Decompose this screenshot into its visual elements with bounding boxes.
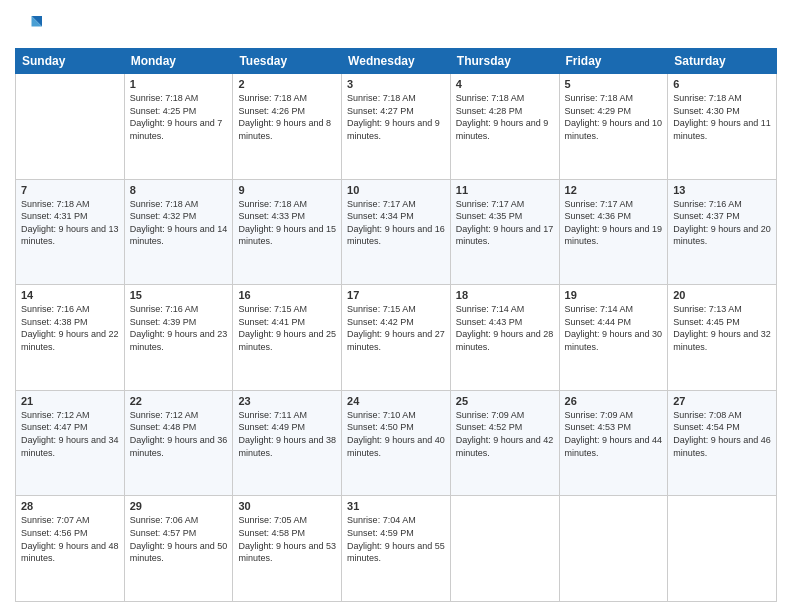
day-number: 17 — [347, 289, 445, 301]
day-detail: Sunrise: 7:18 AMSunset: 4:29 PMDaylight:… — [565, 92, 663, 142]
day-detail: Sunrise: 7:12 AMSunset: 4:47 PMDaylight:… — [21, 409, 119, 459]
calendar-cell — [16, 74, 125, 180]
day-number: 31 — [347, 500, 445, 512]
calendar-cell: 16Sunrise: 7:15 AMSunset: 4:41 PMDayligh… — [233, 285, 342, 391]
day-detail: Sunrise: 7:17 AMSunset: 4:36 PMDaylight:… — [565, 198, 663, 248]
calendar-cell: 21Sunrise: 7:12 AMSunset: 4:47 PMDayligh… — [16, 390, 125, 496]
day-detail: Sunrise: 7:18 AMSunset: 4:30 PMDaylight:… — [673, 92, 771, 142]
calendar-cell: 8Sunrise: 7:18 AMSunset: 4:32 PMDaylight… — [124, 179, 233, 285]
col-wednesday: Wednesday — [342, 49, 451, 74]
day-number: 26 — [565, 395, 663, 407]
day-detail: Sunrise: 7:15 AMSunset: 4:41 PMDaylight:… — [238, 303, 336, 353]
day-detail: Sunrise: 7:18 AMSunset: 4:27 PMDaylight:… — [347, 92, 445, 142]
day-detail: Sunrise: 7:05 AMSunset: 4:58 PMDaylight:… — [238, 514, 336, 564]
calendar-table: Sunday Monday Tuesday Wednesday Thursday… — [15, 48, 777, 602]
col-tuesday: Tuesday — [233, 49, 342, 74]
calendar-cell: 7Sunrise: 7:18 AMSunset: 4:31 PMDaylight… — [16, 179, 125, 285]
calendar-cell: 14Sunrise: 7:16 AMSunset: 4:38 PMDayligh… — [16, 285, 125, 391]
day-number: 22 — [130, 395, 228, 407]
day-detail: Sunrise: 7:16 AMSunset: 4:38 PMDaylight:… — [21, 303, 119, 353]
day-number: 28 — [21, 500, 119, 512]
day-detail: Sunrise: 7:18 AMSunset: 4:26 PMDaylight:… — [238, 92, 336, 142]
day-number: 14 — [21, 289, 119, 301]
col-sunday: Sunday — [16, 49, 125, 74]
calendar-cell: 18Sunrise: 7:14 AMSunset: 4:43 PMDayligh… — [450, 285, 559, 391]
day-number: 21 — [21, 395, 119, 407]
day-number: 8 — [130, 184, 228, 196]
calendar-week-3: 14Sunrise: 7:16 AMSunset: 4:38 PMDayligh… — [16, 285, 777, 391]
calendar-cell: 24Sunrise: 7:10 AMSunset: 4:50 PMDayligh… — [342, 390, 451, 496]
calendar-cell: 26Sunrise: 7:09 AMSunset: 4:53 PMDayligh… — [559, 390, 668, 496]
day-detail: Sunrise: 7:17 AMSunset: 4:35 PMDaylight:… — [456, 198, 554, 248]
day-number: 24 — [347, 395, 445, 407]
day-number: 15 — [130, 289, 228, 301]
day-number: 30 — [238, 500, 336, 512]
day-detail: Sunrise: 7:17 AMSunset: 4:34 PMDaylight:… — [347, 198, 445, 248]
calendar-cell: 15Sunrise: 7:16 AMSunset: 4:39 PMDayligh… — [124, 285, 233, 391]
day-detail: Sunrise: 7:11 AMSunset: 4:49 PMDaylight:… — [238, 409, 336, 459]
col-monday: Monday — [124, 49, 233, 74]
calendar-cell — [559, 496, 668, 602]
day-detail: Sunrise: 7:16 AMSunset: 4:39 PMDaylight:… — [130, 303, 228, 353]
day-number: 18 — [456, 289, 554, 301]
day-number: 6 — [673, 78, 771, 90]
calendar-cell — [668, 496, 777, 602]
day-detail: Sunrise: 7:10 AMSunset: 4:50 PMDaylight:… — [347, 409, 445, 459]
day-number: 7 — [21, 184, 119, 196]
calendar-cell: 30Sunrise: 7:05 AMSunset: 4:58 PMDayligh… — [233, 496, 342, 602]
calendar-cell: 17Sunrise: 7:15 AMSunset: 4:42 PMDayligh… — [342, 285, 451, 391]
calendar-cell: 11Sunrise: 7:17 AMSunset: 4:35 PMDayligh… — [450, 179, 559, 285]
calendar-cell: 13Sunrise: 7:16 AMSunset: 4:37 PMDayligh… — [668, 179, 777, 285]
calendar-cell: 3Sunrise: 7:18 AMSunset: 4:27 PMDaylight… — [342, 74, 451, 180]
day-detail: Sunrise: 7:18 AMSunset: 4:33 PMDaylight:… — [238, 198, 336, 248]
day-number: 5 — [565, 78, 663, 90]
day-detail: Sunrise: 7:18 AMSunset: 4:31 PMDaylight:… — [21, 198, 119, 248]
calendar-cell: 22Sunrise: 7:12 AMSunset: 4:48 PMDayligh… — [124, 390, 233, 496]
calendar-cell: 27Sunrise: 7:08 AMSunset: 4:54 PMDayligh… — [668, 390, 777, 496]
calendar-cell: 10Sunrise: 7:17 AMSunset: 4:34 PMDayligh… — [342, 179, 451, 285]
day-detail: Sunrise: 7:15 AMSunset: 4:42 PMDaylight:… — [347, 303, 445, 353]
calendar-cell: 2Sunrise: 7:18 AMSunset: 4:26 PMDaylight… — [233, 74, 342, 180]
day-detail: Sunrise: 7:09 AMSunset: 4:52 PMDaylight:… — [456, 409, 554, 459]
calendar-cell: 20Sunrise: 7:13 AMSunset: 4:45 PMDayligh… — [668, 285, 777, 391]
day-number: 9 — [238, 184, 336, 196]
day-detail: Sunrise: 7:14 AMSunset: 4:44 PMDaylight:… — [565, 303, 663, 353]
day-detail: Sunrise: 7:07 AMSunset: 4:56 PMDaylight:… — [21, 514, 119, 564]
calendar-week-1: 1Sunrise: 7:18 AMSunset: 4:25 PMDaylight… — [16, 74, 777, 180]
day-detail: Sunrise: 7:06 AMSunset: 4:57 PMDaylight:… — [130, 514, 228, 564]
day-number: 3 — [347, 78, 445, 90]
calendar-cell: 28Sunrise: 7:07 AMSunset: 4:56 PMDayligh… — [16, 496, 125, 602]
day-number: 20 — [673, 289, 771, 301]
logo-icon — [15, 10, 45, 40]
calendar-cell: 12Sunrise: 7:17 AMSunset: 4:36 PMDayligh… — [559, 179, 668, 285]
calendar-week-4: 21Sunrise: 7:12 AMSunset: 4:47 PMDayligh… — [16, 390, 777, 496]
calendar-week-2: 7Sunrise: 7:18 AMSunset: 4:31 PMDaylight… — [16, 179, 777, 285]
day-number: 1 — [130, 78, 228, 90]
day-detail: Sunrise: 7:12 AMSunset: 4:48 PMDaylight:… — [130, 409, 228, 459]
col-friday: Friday — [559, 49, 668, 74]
day-number: 12 — [565, 184, 663, 196]
day-number: 27 — [673, 395, 771, 407]
day-number: 19 — [565, 289, 663, 301]
day-number: 23 — [238, 395, 336, 407]
calendar-cell: 5Sunrise: 7:18 AMSunset: 4:29 PMDaylight… — [559, 74, 668, 180]
calendar-cell: 19Sunrise: 7:14 AMSunset: 4:44 PMDayligh… — [559, 285, 668, 391]
calendar-cell: 23Sunrise: 7:11 AMSunset: 4:49 PMDayligh… — [233, 390, 342, 496]
page: Sunday Monday Tuesday Wednesday Thursday… — [0, 0, 792, 612]
day-number: 29 — [130, 500, 228, 512]
day-detail: Sunrise: 7:04 AMSunset: 4:59 PMDaylight:… — [347, 514, 445, 564]
day-number: 13 — [673, 184, 771, 196]
calendar-week-5: 28Sunrise: 7:07 AMSunset: 4:56 PMDayligh… — [16, 496, 777, 602]
day-detail: Sunrise: 7:16 AMSunset: 4:37 PMDaylight:… — [673, 198, 771, 248]
day-detail: Sunrise: 7:08 AMSunset: 4:54 PMDaylight:… — [673, 409, 771, 459]
calendar-cell: 31Sunrise: 7:04 AMSunset: 4:59 PMDayligh… — [342, 496, 451, 602]
logo — [15, 10, 49, 40]
day-detail: Sunrise: 7:09 AMSunset: 4:53 PMDaylight:… — [565, 409, 663, 459]
day-detail: Sunrise: 7:18 AMSunset: 4:32 PMDaylight:… — [130, 198, 228, 248]
col-thursday: Thursday — [450, 49, 559, 74]
calendar-header-row: Sunday Monday Tuesday Wednesday Thursday… — [16, 49, 777, 74]
day-detail: Sunrise: 7:18 AMSunset: 4:28 PMDaylight:… — [456, 92, 554, 142]
calendar-cell: 29Sunrise: 7:06 AMSunset: 4:57 PMDayligh… — [124, 496, 233, 602]
day-number: 10 — [347, 184, 445, 196]
day-number: 25 — [456, 395, 554, 407]
